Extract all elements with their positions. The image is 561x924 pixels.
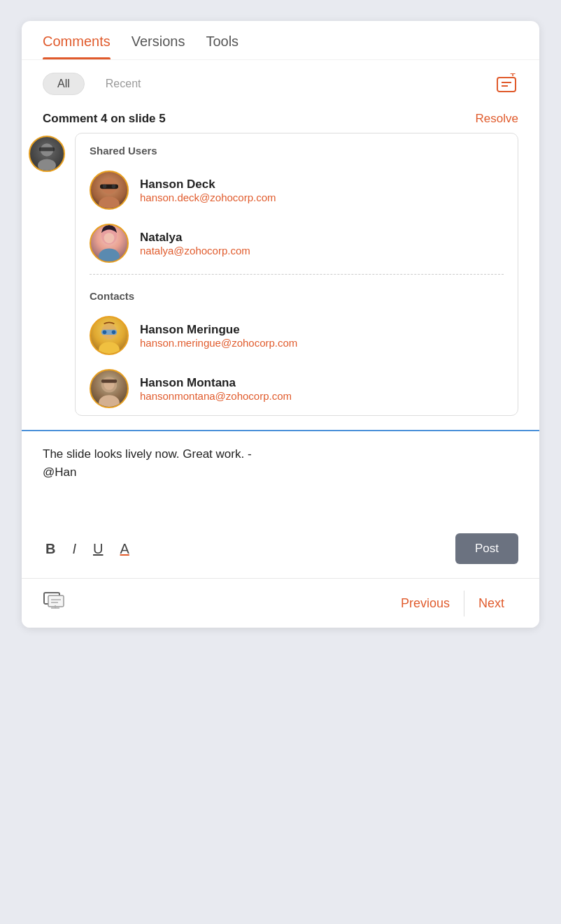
user-info: Hanson Deck hanson.deck@zohocorp.com: [140, 178, 276, 203]
contacts-label: Contacts: [76, 279, 518, 309]
svg-point-10: [103, 185, 107, 189]
avatar: [90, 369, 129, 408]
svg-text:+: +: [510, 73, 516, 79]
svg-point-8: [99, 196, 120, 208]
tabs-bar: Comments Versions Tools: [22, 21, 539, 60]
filter-row: All Recent +: [22, 60, 539, 108]
svg-rect-23: [101, 380, 117, 383]
user-info: Hanson Montana hansonmontana@zohocorp.co…: [140, 376, 292, 402]
avatar: [29, 136, 65, 172]
list-item[interactable]: Hanson Montana hansonmontana@zohocorp.co…: [76, 362, 518, 415]
list-item[interactable]: Natalya natalya@zohocorp.com: [76, 217, 518, 270]
filter-recent-button[interactable]: Recent: [92, 73, 155, 95]
svg-rect-0: [497, 78, 516, 92]
avatar: [90, 224, 129, 263]
avatar: [90, 316, 129, 355]
filter-all-button[interactable]: All: [43, 73, 85, 95]
user-name: Hanson Montana: [140, 376, 292, 390]
user-email: natalya@zohocorp.com: [140, 245, 250, 257]
avatar: [90, 171, 129, 210]
svg-point-11: [112, 185, 116, 189]
svg-point-19: [112, 331, 116, 335]
section-divider: [90, 274, 504, 275]
user-email: hansonmontana@zohocorp.com: [140, 390, 292, 402]
user-name: Hanson Deck: [140, 178, 276, 192]
filter-buttons: All Recent: [43, 73, 155, 95]
text-color-button[interactable]: A: [117, 540, 132, 558]
user-email: hanson.deck@zohocorp.com: [140, 192, 276, 203]
svg-point-16: [99, 342, 120, 354]
footer: Previous Next: [22, 578, 539, 628]
tab-tools[interactable]: Tools: [206, 34, 239, 59]
next-button[interactable]: Next: [464, 591, 518, 616]
comment-title: Comment 4 on slide 5: [43, 112, 166, 126]
svg-point-21: [99, 395, 120, 407]
slides-icon[interactable]: [43, 590, 68, 616]
svg-rect-25: [48, 595, 64, 607]
italic-button[interactable]: I: [69, 540, 79, 558]
svg-point-18: [103, 331, 107, 335]
user-info: Natalya natalya@zohocorp.com: [140, 231, 250, 257]
previous-button[interactable]: Previous: [387, 591, 464, 616]
tab-comments[interactable]: Comments: [43, 34, 111, 59]
shared-users-label: Shared Users: [76, 133, 518, 164]
formatting-toolbar: B I U A Post: [22, 526, 539, 578]
svg-rect-6: [39, 147, 55, 152]
navigation-buttons: Previous Next: [387, 591, 518, 616]
svg-point-14: [104, 233, 115, 243]
user-info: Hanson Meringue hanson.meringue@zohocorp…: [140, 323, 297, 349]
main-panel: Comments Versions Tools All Recent + Com…: [22, 21, 539, 628]
user-email: hanson.meringue@zohocorp.com: [140, 337, 297, 349]
tab-versions[interactable]: Versions: [132, 34, 185, 59]
bold-button[interactable]: B: [43, 540, 58, 558]
underline-button[interactable]: U: [90, 540, 106, 558]
text-area-section: The slide looks lively now. Great work. …: [22, 430, 539, 526]
user-name: Hanson Meringue: [140, 323, 297, 337]
list-item[interactable]: Hanson Deck hanson.deck@zohocorp.com: [76, 164, 518, 217]
svg-point-13: [99, 248, 120, 261]
add-comment-button[interactable]: +: [495, 73, 518, 94]
comment-input[interactable]: The slide looks lively now. Great work. …: [43, 445, 518, 517]
resolve-button[interactable]: Resolve: [476, 112, 518, 126]
comment-body: Shared Users Hanson Deck hanson.deck@zoh…: [22, 133, 539, 430]
user-name: Natalya: [140, 231, 250, 245]
list-item[interactable]: Hanson Meringue hanson.meringue@zohocorp…: [76, 309, 518, 362]
dropdown-box: Shared Users Hanson Deck hanson.deck@zoh…: [75, 133, 518, 416]
svg-point-5: [38, 159, 56, 171]
post-button[interactable]: Post: [455, 533, 518, 564]
format-buttons: B I U A: [43, 540, 132, 558]
comment-header: Comment 4 on slide 5 Resolve: [22, 108, 539, 133]
